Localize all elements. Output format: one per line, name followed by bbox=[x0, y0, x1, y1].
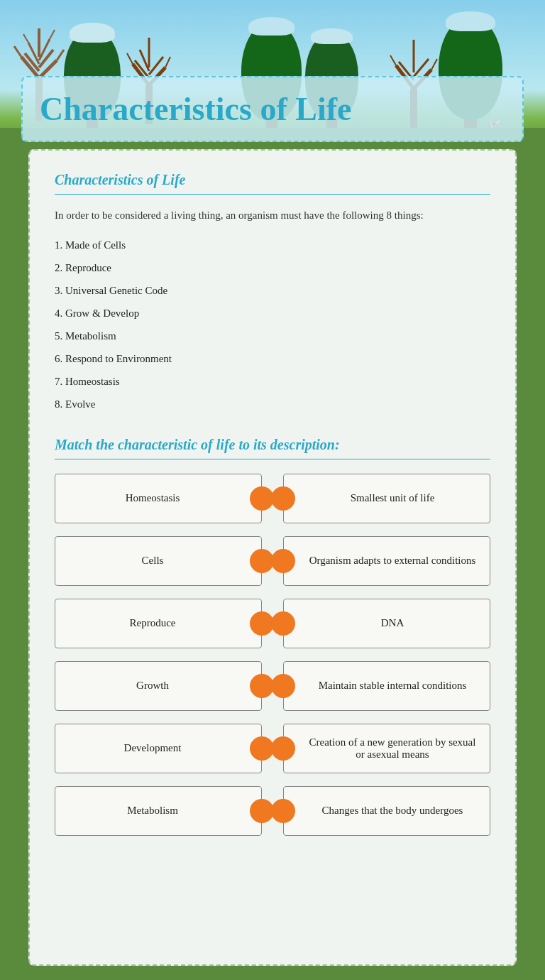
match-label: Maintain stable internal conditions bbox=[319, 680, 467, 692]
match-left-development[interactable]: Development bbox=[55, 724, 262, 773]
list-number: 3. bbox=[55, 285, 65, 296]
match-left-cells[interactable]: Cells bbox=[55, 536, 262, 586]
list-item: 1. Made of Cells bbox=[55, 234, 490, 256]
section-divider-1 bbox=[55, 194, 490, 195]
list-label: Homeostasis bbox=[65, 376, 120, 387]
title-box: Characteristics of Life bbox=[21, 76, 524, 142]
characteristics-section: Characteristics of Life In order to be c… bbox=[55, 172, 490, 415]
orange-connector[interactable] bbox=[250, 799, 274, 823]
svg-line-10 bbox=[23, 34, 28, 43]
list-number: 7. bbox=[55, 376, 65, 387]
orange-connector[interactable] bbox=[271, 799, 295, 823]
svg-line-11 bbox=[50, 30, 55, 39]
list-label: Reproduce bbox=[65, 262, 111, 273]
list-item: 8. Evolve bbox=[55, 393, 490, 415]
list-number: 4. bbox=[55, 307, 65, 319]
match-left-homeostasis[interactable]: Homeostasis bbox=[55, 474, 262, 523]
orange-connector[interactable] bbox=[250, 549, 274, 573]
orange-connector[interactable] bbox=[250, 611, 274, 636]
match-left-reproduce[interactable]: Reproduce bbox=[55, 599, 262, 648]
orange-connector[interactable] bbox=[250, 736, 274, 761]
match-box-organism-adapts: Organism adapts to external conditions bbox=[283, 536, 490, 586]
section-title-match: Match the characteristic of life to its … bbox=[55, 437, 490, 453]
orange-connector[interactable] bbox=[271, 486, 295, 511]
svg-line-20 bbox=[165, 57, 170, 67]
match-grid: Homeostasis Smallest unit of life Cells bbox=[55, 474, 490, 836]
match-box-maintain-stable: Maintain stable internal conditions bbox=[283, 661, 490, 711]
orange-connector[interactable] bbox=[271, 736, 295, 761]
svg-line-9 bbox=[57, 50, 64, 60]
match-label: Creation of a new generation by sexual o… bbox=[307, 736, 478, 761]
match-label: Cells bbox=[142, 555, 164, 567]
svg-line-8 bbox=[14, 46, 21, 57]
section-divider-2 bbox=[55, 459, 490, 459]
orange-connector[interactable] bbox=[271, 549, 295, 573]
match-right-creation[interactable]: Creation of a new generation by sexual o… bbox=[283, 724, 490, 773]
forest-header: 🦌 Characteristics of Life bbox=[0, 0, 545, 149]
match-label: Changes that the body undergoes bbox=[322, 805, 463, 817]
match-box-changes: Changes that the body undergoes bbox=[283, 786, 490, 836]
page-title: Characteristics of Life bbox=[40, 90, 505, 128]
match-right-changes[interactable]: Changes that the body undergoes bbox=[283, 786, 490, 836]
list-number: 1. bbox=[55, 239, 65, 251]
list-item: 5. Metabolism bbox=[55, 325, 490, 347]
list-label: Metabolism bbox=[65, 330, 116, 342]
intro-paragraph: In order to be considered a living thing… bbox=[55, 207, 490, 224]
match-label: Homeostasis bbox=[126, 492, 180, 504]
main-content: Characteristics of Life In order to be c… bbox=[28, 149, 517, 966]
orange-connector[interactable] bbox=[250, 674, 274, 698]
svg-line-19 bbox=[127, 53, 133, 64]
match-label: Metabolism bbox=[127, 805, 178, 817]
match-label: DNA bbox=[381, 617, 404, 629]
match-box-growth: Growth bbox=[55, 661, 262, 711]
list-label: Universal Genetic Code bbox=[65, 285, 167, 296]
list-item: 4. Grow & Develop bbox=[55, 302, 490, 325]
list-item: 7. Homeostasis bbox=[55, 370, 490, 393]
match-right-maintain-stable[interactable]: Maintain stable internal conditions bbox=[283, 661, 490, 711]
match-box-reproduce: Reproduce bbox=[55, 599, 262, 648]
characteristics-list: 1. Made of Cells 2. Reproduce 3. Univers… bbox=[55, 234, 490, 415]
match-right-smallest-unit[interactable]: Smallest unit of life bbox=[283, 474, 490, 523]
match-right-dna[interactable]: DNA bbox=[283, 599, 490, 648]
section-title-characteristics: Characteristics of Life bbox=[55, 172, 490, 188]
match-label: Development bbox=[124, 742, 182, 754]
list-item: 2. Reproduce bbox=[55, 256, 490, 279]
list-number: 6. bbox=[55, 353, 65, 364]
match-left-growth[interactable]: Growth bbox=[55, 661, 262, 711]
match-box-homeostasis: Homeostasis bbox=[55, 474, 262, 523]
list-number: 5. bbox=[55, 330, 65, 342]
orange-connector[interactable] bbox=[250, 486, 274, 511]
svg-line-27 bbox=[390, 55, 396, 65]
list-label: Made of Cells bbox=[65, 239, 126, 251]
list-label: Evolve bbox=[65, 398, 96, 410]
match-left-metabolism[interactable]: Metabolism bbox=[55, 786, 262, 836]
match-box-development: Development bbox=[55, 724, 262, 773]
match-label: Organism adapts to external conditions bbox=[309, 555, 476, 567]
orange-connector[interactable] bbox=[271, 611, 295, 636]
match-box-creation: Creation of a new generation by sexual o… bbox=[283, 724, 490, 773]
match-section: Match the characteristic of life to its … bbox=[55, 437, 490, 836]
match-label: Smallest unit of life bbox=[351, 492, 435, 504]
match-right-organism-adapts[interactable]: Organism adapts to external conditions bbox=[283, 536, 490, 586]
match-label: Reproduce bbox=[130, 617, 176, 629]
list-item: 3. Universal Genetic Code bbox=[55, 279, 490, 302]
list-label: Respond to Environment bbox=[65, 353, 172, 364]
match-box-smallest-unit: Smallest unit of life bbox=[283, 474, 490, 523]
list-label: Grow & Develop bbox=[65, 307, 139, 319]
svg-line-28 bbox=[431, 59, 437, 70]
list-number: 2. bbox=[55, 262, 65, 273]
list-number: 8. bbox=[55, 398, 65, 410]
orange-connector[interactable] bbox=[271, 674, 295, 698]
match-box-dna: DNA bbox=[283, 599, 490, 648]
match-label: Growth bbox=[136, 680, 169, 692]
match-box-metabolism: Metabolism bbox=[55, 786, 262, 836]
match-box-cells: Cells bbox=[55, 536, 262, 586]
list-item: 6. Respond to Environment bbox=[55, 347, 490, 370]
